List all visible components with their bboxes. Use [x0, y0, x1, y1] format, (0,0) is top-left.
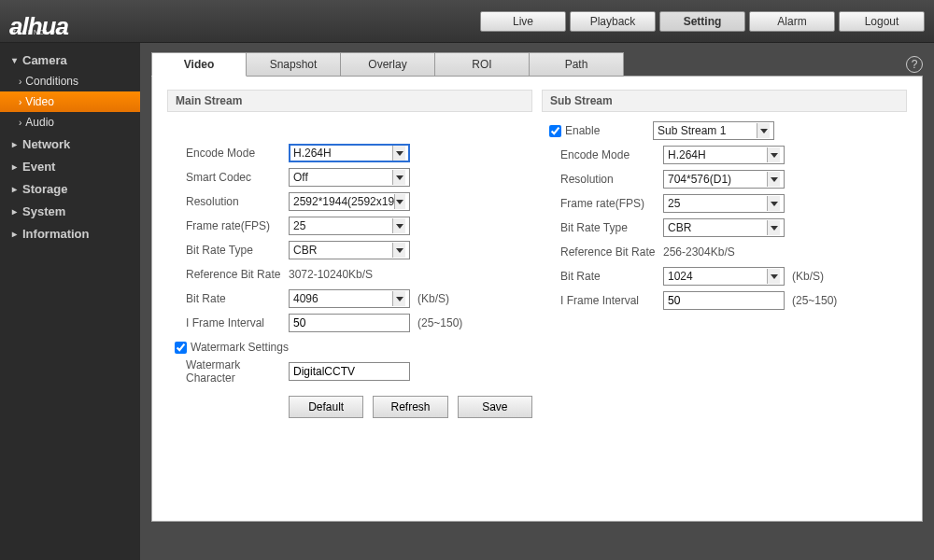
sidebar-event[interactable]: ▸Event	[0, 155, 140, 177]
sidebar-audio[interactable]: ›Audio	[0, 112, 140, 133]
main-encode-value: H.264H	[293, 147, 332, 160]
watermark-enable-checkbox[interactable]	[175, 342, 187, 354]
nav-logout[interactable]: Logout	[839, 11, 925, 32]
bullet-icon: ›	[19, 77, 21, 87]
sidebar-video[interactable]: ›Video	[0, 91, 140, 112]
nav-alarm-label: Alarm	[777, 15, 806, 28]
sub-iframe-hint: (25~150)	[792, 294, 837, 307]
caret-icon	[392, 218, 405, 233]
sidebar-system[interactable]: ▸System	[0, 200, 140, 222]
sub-brtype-value: CBR	[668, 221, 691, 234]
main-smartcodec-label: Smart Codec	[186, 171, 289, 184]
tab-path-label: Path	[565, 58, 588, 71]
tab-video[interactable]: Video	[151, 52, 247, 77]
brand-logo: alhua TECHNOLOGY	[9, 1, 67, 41]
sub-brtype-label: Bit Rate Type	[560, 221, 663, 234]
main-encode-label: Encode Mode	[186, 147, 289, 160]
sub-stream-header: Sub Stream	[542, 90, 907, 112]
default-button[interactable]: Default	[289, 396, 363, 418]
caret-icon	[767, 269, 780, 284]
main-resolution-label: Resolution	[186, 195, 289, 208]
top-nav: Live Playback Setting Alarm Logout	[480, 11, 925, 32]
main-encode-select[interactable]: H.264H	[289, 144, 410, 162]
sidebar-storage-label: Storage	[22, 182, 67, 196]
main-stream-column: Main Stream Encode Mode H.264H Smart Cod…	[167, 90, 532, 508]
sidebar-information[interactable]: ▸Information	[0, 222, 140, 245]
tab-overlay[interactable]: Overlay	[340, 52, 435, 77]
sidebar-network-label: Network	[22, 137, 70, 151]
caret-icon	[392, 243, 405, 258]
settings-panel: Main Stream Encode Mode H.264H Smart Cod…	[151, 76, 923, 522]
main-bitrate-select[interactable]: 4096	[289, 289, 410, 308]
sidebar-system-label: System	[22, 204, 65, 218]
bullet-icon: ›	[19, 97, 21, 107]
sidebar-network[interactable]: ▸Network	[0, 133, 140, 155]
sidebar-conditions[interactable]: ›Conditions	[0, 71, 140, 91]
nav-live[interactable]: Live	[480, 11, 566, 32]
sidebar-video-label: Video	[25, 95, 53, 108]
save-button[interactable]: Save	[458, 396, 532, 418]
sidebar-audio-label: Audio	[25, 116, 54, 129]
sub-resolution-select[interactable]: 704*576(D1)	[663, 170, 785, 189]
sub-bitrate-select[interactable]: 1024	[663, 267, 785, 286]
main-area: Video Snapshot Overlay ROI Path ? Main S…	[140, 43, 934, 560]
sidebar: ▾Camera ›Conditions ›Video ›Audio ▸Netwo…	[0, 43, 140, 560]
sub-refbr-label: Reference Bit Rate	[560, 245, 663, 259]
caret-icon	[767, 172, 780, 187]
chevron-down-icon: ▾	[9, 55, 19, 65]
watermark-char-field[interactable]	[293, 363, 405, 380]
main-smartcodec-select[interactable]: Off	[289, 168, 410, 187]
watermark-enable-label: Watermark Settings	[191, 341, 289, 354]
main-resolution-select[interactable]: 2592*1944(2592x1944)	[289, 192, 410, 211]
caret-icon	[757, 123, 770, 138]
action-buttons: Default Refresh Save	[167, 396, 532, 418]
nav-setting-label: Setting	[684, 15, 722, 28]
main-iframe-input[interactable]	[289, 314, 410, 332]
sub-encode-select[interactable]: H.264H	[663, 146, 785, 164]
sub-bitrate-value: 1024	[668, 270, 693, 283]
chevron-right-icon: ▸	[9, 229, 19, 239]
sidebar-storage[interactable]: ▸Storage	[0, 177, 140, 200]
sub-fps-select[interactable]: 25	[663, 194, 785, 213]
sub-encode-label: Encode Mode	[560, 148, 663, 161]
sub-brtype-select[interactable]: CBR	[663, 218, 785, 237]
main-iframe-field[interactable]	[293, 315, 405, 331]
sidebar-camera[interactable]: ▾Camera	[0, 49, 140, 71]
sub-stream-value: Sub Stream 1	[658, 124, 726, 137]
main-fps-select[interactable]: 25	[289, 217, 410, 235]
sidebar-camera-label: Camera	[22, 53, 67, 67]
sub-stream-select[interactable]: Sub Stream 1	[653, 121, 774, 140]
sub-enable-checkbox[interactable]	[549, 125, 561, 137]
tab-bar: Video Snapshot Overlay ROI Path ?	[151, 52, 923, 77]
nav-playback[interactable]: Playback	[570, 11, 656, 32]
nav-live-label: Live	[513, 15, 533, 28]
main-bitrate-unit: (Kb/S)	[417, 292, 449, 305]
chevron-right-icon: ▸	[9, 184, 19, 194]
sub-iframe-field[interactable]	[668, 292, 780, 309]
sub-bitrate-label: Bit Rate	[560, 270, 663, 283]
tab-video-label: Video	[184, 58, 214, 71]
header-bar: alhua TECHNOLOGY Live Playback Setting A…	[0, 0, 934, 43]
main-smartcodec-value: Off	[293, 171, 308, 184]
nav-setting[interactable]: Setting	[659, 11, 745, 32]
tab-path[interactable]: Path	[529, 52, 624, 77]
nav-playback-label: Playback	[590, 15, 636, 28]
refresh-button[interactable]: Refresh	[373, 396, 447, 418]
watermark-char-input[interactable]	[289, 362, 410, 381]
main-brtype-select[interactable]: CBR	[289, 241, 410, 259]
main-refbr-label: Reference Bit Rate	[186, 268, 289, 281]
main-stream-header: Main Stream	[167, 90, 532, 112]
bullet-icon: ›	[19, 118, 21, 128]
help-glyph: ?	[912, 58, 918, 71]
tab-roi[interactable]: ROI	[434, 52, 530, 77]
help-icon[interactable]: ?	[906, 56, 923, 73]
sub-iframe-input[interactable]	[663, 291, 785, 310]
chevron-right-icon: ▸	[9, 139, 19, 149]
sub-resolution-value: 704*576(D1)	[668, 173, 731, 186]
tab-roi-label: ROI	[472, 58, 491, 71]
nav-alarm[interactable]: Alarm	[749, 11, 835, 32]
tab-snapshot[interactable]: Snapshot	[246, 52, 341, 77]
sub-bitrate-unit: (Kb/S)	[792, 270, 824, 283]
sub-stream-title: Sub Stream	[550, 94, 613, 107]
brand-name: alhua	[9, 12, 68, 41]
